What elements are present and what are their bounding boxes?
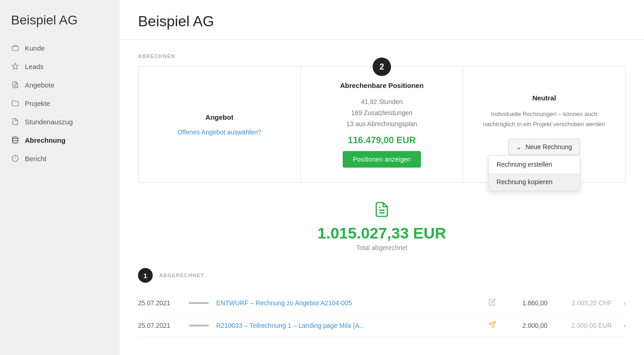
sidebar-item-angebote-label: Angebote <box>25 81 54 89</box>
invoice-total-1: 2.003,20 CHF <box>547 299 612 307</box>
badge-1: 1 <box>138 268 153 283</box>
invoice-status-1 <box>189 302 216 304</box>
main-content: Beispiel AG ABRECHNEN Angebot Offenes An… <box>120 0 644 355</box>
folder-icon <box>11 99 19 107</box>
neue-rechnung-wrapper: ⌄ Neue Rechnung Rechnung erstellen Rechn… <box>508 139 580 155</box>
sidebar-item-abrechnung[interactable]: Abrechnung <box>0 131 120 149</box>
chevron-down-icon: ⌄ <box>516 143 522 151</box>
card-positionen-title: Abrechenbare Positionen <box>340 81 424 89</box>
abrechnen-cards: Angebot Offenes Angebot auswählen? 2 Abr… <box>138 66 626 183</box>
status-bar-1 <box>189 302 209 304</box>
card-neutral-title: Neutral <box>532 94 556 102</box>
card-positionen: 2 Abrechenbare Positionen 41,92 Stunden … <box>301 67 463 182</box>
table-row: 25.07.2021 R210033 – Teilrechnung 1 – La… <box>138 314 626 337</box>
invoice-name-1[interactable]: ENTWURF – Rechnung zu Angebot A2104-005 <box>216 299 483 307</box>
card-positionen-line1: 41,92 Stunden <box>346 97 417 108</box>
sidebar: Beispiel AG Kunde Leads <box>0 0 120 355</box>
neue-rechnung-button[interactable]: ⌄ Neue Rechnung <box>508 139 580 155</box>
table-row: 25.07.2021 ENTWURF – Rechnung zu Angebot… <box>138 292 626 314</box>
page-title: Beispiel AG <box>138 13 626 30</box>
neue-rechnung-label: Neue Rechnung <box>525 143 572 151</box>
sidebar-item-stundenauszug-label: Stundenauszug <box>25 118 73 126</box>
card-positionen-line3: 13 aus Abrechnungsplan <box>346 119 417 130</box>
card-angebot-title: Angebot <box>206 113 234 121</box>
card-neutral: Neutral Individuelle Rechnungen – können… <box>463 67 625 182</box>
chevron-right-icon-1[interactable]: › <box>612 299 626 307</box>
total-amount: 1.015.027,33 EUR <box>317 224 446 242</box>
sidebar-item-leads-label: Leads <box>25 63 44 70</box>
document-icon <box>374 201 390 221</box>
rechnung-erstellen-item[interactable]: Rechnung erstellen <box>489 156 580 173</box>
database-icon <box>11 136 19 144</box>
invoice-date-1: 25.07.2021 <box>138 299 189 307</box>
send-icon[interactable] <box>483 321 501 330</box>
card-neutral-desc: Individuelle Rechnungen – können auch na… <box>476 109 612 129</box>
svg-marker-1 <box>12 63 18 69</box>
total-label: Total abgerechnet <box>356 244 407 251</box>
sidebar-item-projekte[interactable]: Projekte <box>0 94 120 112</box>
svg-point-4 <box>12 137 18 139</box>
card-angebot-link[interactable]: Offenes Angebot auswählen? <box>178 128 262 136</box>
card-positionen-info: 41,92 Stunden 169 Zusatzleistungen 13 au… <box>346 97 417 129</box>
sidebar-item-kunde[interactable]: Kunde <box>0 39 120 57</box>
sidebar-company-title: Beispiel AG <box>0 0 120 39</box>
edit-icon[interactable] <box>483 298 501 308</box>
invoice-total-2: 2.000,00 EUR <box>547 322 612 329</box>
positionen-anzeigen-button[interactable]: Positionen anzeigen <box>343 151 421 168</box>
invoice-name-2[interactable]: R210033 – Teilrechnung 1 – Landing page … <box>216 322 483 329</box>
badge-2: 2 <box>373 58 391 76</box>
chevron-right-icon-2[interactable]: › <box>612 322 626 329</box>
neue-rechnung-dropdown: Rechnung erstellen Rechnung kopieren <box>488 155 580 191</box>
briefcase-icon <box>11 44 19 52</box>
invoices-list: 25.07.2021 ENTWURF – Rechnung zu Angebot… <box>138 292 626 337</box>
file-text-icon <box>11 81 19 89</box>
status-bar-2 <box>189 325 209 326</box>
total-section: 1.015.027,33 EUR Total abgerechnet <box>138 201 626 251</box>
sidebar-item-abrechnung-label: Abrechnung <box>25 136 65 144</box>
card-positionen-amount: 116.479,00 EUR <box>348 135 416 145</box>
sidebar-item-kunde-label: Kunde <box>25 44 45 52</box>
rechnung-kopieren-item[interactable]: Rechnung kopieren <box>489 173 580 191</box>
main-header: Beispiel AG <box>120 0 644 40</box>
invoice-date-2: 25.07.2021 <box>138 322 189 329</box>
sidebar-navigation: Kunde Leads Angebote <box>0 39 120 168</box>
star-icon <box>11 62 19 70</box>
file-icon <box>11 117 19 126</box>
sidebar-item-stundenauszug[interactable]: Stundenauszug <box>0 112 120 131</box>
invoice-amount-1: 1.860,00 <box>501 299 547 307</box>
invoice-amount-2: 2.000,00 <box>501 322 547 329</box>
sidebar-item-angebote[interactable]: Angebote <box>0 76 120 94</box>
main-body: ABRECHNEN Angebot Offenes Angebot auswäh… <box>120 40 644 351</box>
card-positionen-line2: 169 Zusatzleistungen <box>346 108 417 119</box>
sidebar-item-projekte-label: Projekte <box>25 99 50 107</box>
sidebar-item-leads[interactable]: Leads <box>0 57 120 76</box>
sidebar-item-bericht-label: Bericht <box>25 155 46 163</box>
abgerechnet-label: ABGERECHNET <box>159 273 204 278</box>
invoice-status-2 <box>189 325 216 326</box>
abgerechnet-header: 1 ABGERECHNET <box>138 268 626 283</box>
svg-rect-0 <box>12 47 18 51</box>
card-angebot: Angebot Offenes Angebot auswählen? <box>138 67 301 182</box>
sidebar-item-bericht[interactable]: Bericht <box>0 149 120 168</box>
circle-icon <box>11 154 19 163</box>
